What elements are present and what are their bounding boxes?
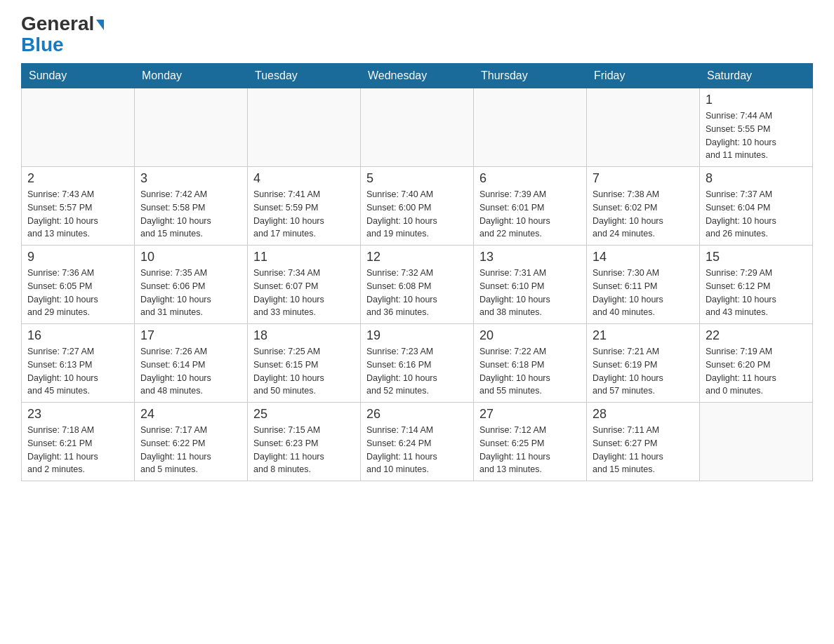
calendar-cell: 18Sunrise: 7:25 AM Sunset: 6:15 PM Dayli… — [248, 324, 361, 403]
day-number: 13 — [479, 250, 581, 264]
day-info: Sunrise: 7:41 AM Sunset: 5:59 PM Dayligh… — [253, 188, 355, 241]
logo: General Blue — [21, 14, 104, 56]
day-number: 7 — [593, 171, 694, 186]
calendar-cell: 9Sunrise: 7:36 AM Sunset: 6:05 PM Daylig… — [22, 246, 135, 324]
day-number: 22 — [706, 328, 807, 343]
day-number: 17 — [140, 328, 241, 343]
day-header-tuesday: Tuesday — [248, 64, 361, 88]
day-number: 1 — [706, 93, 807, 107]
day-number: 15 — [706, 250, 807, 264]
calendar-cell: 13Sunrise: 7:31 AM Sunset: 6:10 PM Dayli… — [474, 246, 587, 324]
calendar-cell: 28Sunrise: 7:11 AM Sunset: 6:27 PM Dayli… — [587, 403, 700, 481]
day-info: Sunrise: 7:11 AM Sunset: 6:27 PM Dayligh… — [593, 424, 694, 476]
day-number: 26 — [366, 407, 468, 422]
calendar-cell: 7Sunrise: 7:38 AM Sunset: 6:02 PM Daylig… — [587, 167, 700, 246]
calendar-cell: 22Sunrise: 7:19 AM Sunset: 6:20 PM Dayli… — [700, 324, 813, 403]
week-row-1: 1Sunrise: 7:44 AM Sunset: 5:55 PM Daylig… — [22, 88, 813, 167]
calendar-cell: 1Sunrise: 7:44 AM Sunset: 5:55 PM Daylig… — [700, 88, 813, 167]
day-number: 21 — [593, 328, 694, 343]
day-info: Sunrise: 7:12 AM Sunset: 6:25 PM Dayligh… — [479, 424, 581, 476]
calendar-cell — [361, 88, 474, 167]
day-info: Sunrise: 7:30 AM Sunset: 6:11 PM Dayligh… — [593, 267, 694, 319]
calendar-cell: 17Sunrise: 7:26 AM Sunset: 6:14 PM Dayli… — [135, 324, 248, 403]
day-number: 2 — [27, 171, 128, 186]
day-number: 25 — [253, 407, 355, 422]
day-info: Sunrise: 7:18 AM Sunset: 6:21 PM Dayligh… — [27, 424, 128, 476]
day-header-wednesday: Wednesday — [361, 64, 474, 88]
day-header-sunday: Sunday — [22, 64, 135, 88]
day-number: 18 — [253, 328, 355, 343]
logo-bottom: Blue — [21, 34, 64, 56]
day-info: Sunrise: 7:17 AM Sunset: 6:22 PM Dayligh… — [140, 424, 241, 476]
calendar-cell: 23Sunrise: 7:18 AM Sunset: 6:21 PM Dayli… — [22, 403, 135, 481]
day-number: 20 — [479, 328, 581, 343]
calendar-cell: 20Sunrise: 7:22 AM Sunset: 6:18 PM Dayli… — [474, 324, 587, 403]
day-info: Sunrise: 7:39 AM Sunset: 6:01 PM Dayligh… — [479, 188, 581, 241]
calendar-cell: 14Sunrise: 7:30 AM Sunset: 6:11 PM Dayli… — [587, 246, 700, 324]
day-info: Sunrise: 7:44 AM Sunset: 5:55 PM Dayligh… — [706, 109, 807, 162]
day-number: 8 — [706, 171, 807, 186]
calendar-cell — [587, 88, 700, 167]
day-number: 23 — [27, 407, 128, 422]
page-header: General Blue — [21, 14, 813, 56]
day-number: 28 — [593, 407, 694, 422]
day-number: 27 — [479, 407, 581, 422]
day-info: Sunrise: 7:34 AM Sunset: 6:07 PM Dayligh… — [253, 267, 355, 319]
calendar-cell — [700, 403, 813, 481]
day-number: 11 — [253, 250, 355, 264]
day-info: Sunrise: 7:14 AM Sunset: 6:24 PM Dayligh… — [366, 424, 468, 476]
calendar-cell: 24Sunrise: 7:17 AM Sunset: 6:22 PM Dayli… — [135, 403, 248, 481]
day-header-thursday: Thursday — [474, 64, 587, 88]
day-info: Sunrise: 7:15 AM Sunset: 6:23 PM Dayligh… — [253, 424, 355, 476]
calendar-cell: 12Sunrise: 7:32 AM Sunset: 6:08 PM Dayli… — [361, 246, 474, 324]
day-info: Sunrise: 7:19 AM Sunset: 6:20 PM Dayligh… — [706, 345, 807, 398]
day-info: Sunrise: 7:22 AM Sunset: 6:18 PM Dayligh… — [479, 345, 581, 398]
day-info: Sunrise: 7:23 AM Sunset: 6:16 PM Dayligh… — [366, 345, 468, 398]
day-info: Sunrise: 7:35 AM Sunset: 6:06 PM Dayligh… — [140, 267, 241, 319]
day-info: Sunrise: 7:27 AM Sunset: 6:13 PM Dayligh… — [27, 345, 128, 398]
day-number: 4 — [253, 171, 355, 186]
days-header-row: SundayMondayTuesdayWednesdayThursdayFrid… — [22, 64, 813, 88]
calendar-cell: 26Sunrise: 7:14 AM Sunset: 6:24 PM Dayli… — [361, 403, 474, 481]
calendar-cell: 3Sunrise: 7:42 AM Sunset: 5:58 PM Daylig… — [135, 167, 248, 246]
week-row-2: 2Sunrise: 7:43 AM Sunset: 5:57 PM Daylig… — [22, 167, 813, 246]
calendar-cell: 15Sunrise: 7:29 AM Sunset: 6:12 PM Dayli… — [700, 246, 813, 324]
calendar-cell: 6Sunrise: 7:39 AM Sunset: 6:01 PM Daylig… — [474, 167, 587, 246]
day-number: 19 — [366, 328, 468, 343]
calendar-cell — [135, 88, 248, 167]
day-info: Sunrise: 7:38 AM Sunset: 6:02 PM Dayligh… — [593, 188, 694, 241]
day-number: 10 — [140, 250, 241, 264]
calendar-cell: 11Sunrise: 7:34 AM Sunset: 6:07 PM Dayli… — [248, 246, 361, 324]
day-info: Sunrise: 7:21 AM Sunset: 6:19 PM Dayligh… — [593, 345, 694, 398]
day-info: Sunrise: 7:37 AM Sunset: 6:04 PM Dayligh… — [706, 188, 807, 241]
calendar-cell: 4Sunrise: 7:41 AM Sunset: 5:59 PM Daylig… — [248, 167, 361, 246]
day-header-saturday: Saturday — [700, 64, 813, 88]
calendar-cell: 27Sunrise: 7:12 AM Sunset: 6:25 PM Dayli… — [474, 403, 587, 481]
calendar-cell: 8Sunrise: 7:37 AM Sunset: 6:04 PM Daylig… — [700, 167, 813, 246]
calendar-cell: 5Sunrise: 7:40 AM Sunset: 6:00 PM Daylig… — [361, 167, 474, 246]
calendar-cell: 21Sunrise: 7:21 AM Sunset: 6:19 PM Dayli… — [587, 324, 700, 403]
day-info: Sunrise: 7:36 AM Sunset: 6:05 PM Dayligh… — [27, 267, 128, 319]
day-number: 6 — [479, 171, 581, 186]
day-info: Sunrise: 7:32 AM Sunset: 6:08 PM Dayligh… — [366, 267, 468, 319]
day-info: Sunrise: 7:26 AM Sunset: 6:14 PM Dayligh… — [140, 345, 241, 398]
calendar-cell — [248, 88, 361, 167]
calendar-cell — [474, 88, 587, 167]
day-info: Sunrise: 7:43 AM Sunset: 5:57 PM Dayligh… — [27, 188, 128, 241]
calendar-cell: 10Sunrise: 7:35 AM Sunset: 6:06 PM Dayli… — [135, 246, 248, 324]
day-number: 16 — [27, 328, 128, 343]
day-info: Sunrise: 7:29 AM Sunset: 6:12 PM Dayligh… — [706, 267, 807, 319]
calendar-table: SundayMondayTuesdayWednesdayThursdayFrid… — [21, 63, 813, 481]
calendar-cell: 16Sunrise: 7:27 AM Sunset: 6:13 PM Dayli… — [22, 324, 135, 403]
day-number: 5 — [366, 171, 468, 186]
day-number: 12 — [366, 250, 468, 264]
week-row-3: 9Sunrise: 7:36 AM Sunset: 6:05 PM Daylig… — [22, 246, 813, 324]
day-header-friday: Friday — [587, 64, 700, 88]
week-row-5: 23Sunrise: 7:18 AM Sunset: 6:21 PM Dayli… — [22, 403, 813, 481]
day-info: Sunrise: 7:25 AM Sunset: 6:15 PM Dayligh… — [253, 345, 355, 398]
week-row-4: 16Sunrise: 7:27 AM Sunset: 6:13 PM Dayli… — [22, 324, 813, 403]
calendar-cell: 25Sunrise: 7:15 AM Sunset: 6:23 PM Dayli… — [248, 403, 361, 481]
day-number: 9 — [27, 250, 128, 264]
calendar-cell: 2Sunrise: 7:43 AM Sunset: 5:57 PM Daylig… — [22, 167, 135, 246]
day-info: Sunrise: 7:31 AM Sunset: 6:10 PM Dayligh… — [479, 267, 581, 319]
